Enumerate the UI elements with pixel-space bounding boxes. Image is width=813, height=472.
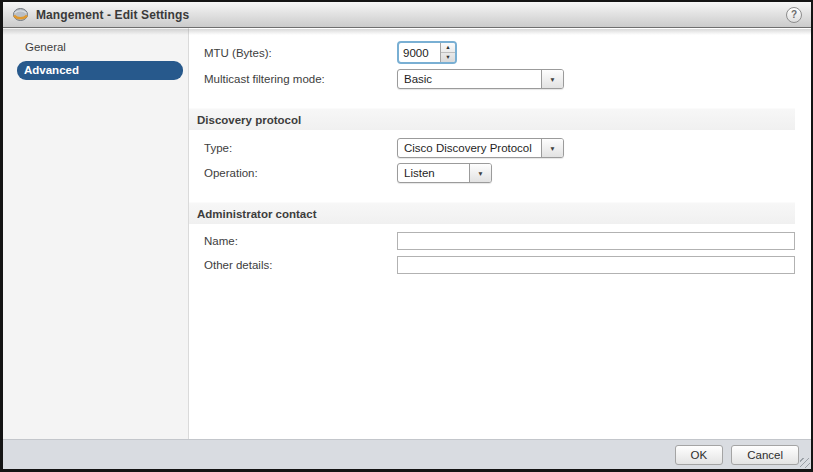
resize-grip[interactable] (800, 458, 810, 468)
operation-selected-value: Listen (398, 164, 469, 182)
multicast-label: Multicast filtering mode: (204, 73, 397, 85)
mtu-spinner[interactable]: ▲ ▼ (397, 41, 457, 64)
name-label: Name: (204, 235, 397, 247)
multicast-dropdown[interactable]: Basic ▼ (397, 69, 564, 89)
operation-label: Operation: (204, 167, 397, 179)
help-icon[interactable]: ? (786, 7, 802, 23)
edit-settings-dialog: Mangement - Edit Settings ? General Adva… (0, 0, 813, 472)
mtu-spin-buttons: ▲ ▼ (440, 43, 455, 62)
mtu-input[interactable] (399, 43, 440, 62)
dialog-title: Mangement - Edit Settings (36, 8, 189, 22)
other-details-label: Other details: (204, 259, 397, 271)
type-dropdown[interactable]: Cisco Discovery Protocol ▼ (397, 138, 564, 158)
chevron-down-icon[interactable]: ▼ (541, 139, 563, 157)
mtu-row: MTU (Bytes): ▲ ▼ (204, 41, 795, 64)
ok-button[interactable]: OK (675, 445, 724, 465)
dvswitch-icon (12, 7, 29, 22)
operation-dropdown[interactable]: Listen ▼ (397, 163, 492, 183)
chevron-down-icon[interactable]: ▼ (541, 70, 563, 88)
other-details-row: Other details: (204, 256, 795, 274)
name-field[interactable] (397, 232, 795, 250)
advanced-settings-panel: MTU (Bytes): ▲ ▼ Multicast filtering mod… (189, 28, 811, 439)
name-row: Name: (204, 232, 795, 250)
type-selected-value: Cisco Discovery Protocol (398, 139, 541, 157)
operation-row: Operation: Listen ▼ (204, 163, 795, 183)
dialog-body: General Advanced MTU (Bytes): ▲ ▼ Multic… (3, 28, 811, 439)
dialog-titlebar: Mangement - Edit Settings ? (3, 2, 811, 28)
multicast-selected-value: Basic (398, 70, 541, 88)
spin-down-icon[interactable]: ▼ (441, 53, 455, 62)
type-row: Type: Cisco Discovery Protocol ▼ (204, 138, 795, 158)
sidebar-item-advanced[interactable]: Advanced (17, 61, 183, 80)
type-label: Type: (204, 142, 397, 154)
cancel-button[interactable]: Cancel (731, 445, 799, 465)
chevron-down-icon[interactable]: ▼ (469, 164, 491, 182)
sidebar-item-general[interactable]: General (3, 38, 188, 57)
other-details-field[interactable] (397, 256, 795, 274)
spin-up-icon[interactable]: ▲ (441, 43, 455, 53)
administrator-contact-section-header: Administrator contact (189, 202, 795, 224)
dialog-footer: OK Cancel (3, 439, 811, 469)
discovery-protocol-section-header: Discovery protocol (189, 108, 795, 130)
mtu-label: MTU (Bytes): (204, 47, 397, 59)
multicast-row: Multicast filtering mode: Basic ▼ (204, 69, 795, 89)
settings-sidebar: General Advanced (3, 28, 189, 439)
